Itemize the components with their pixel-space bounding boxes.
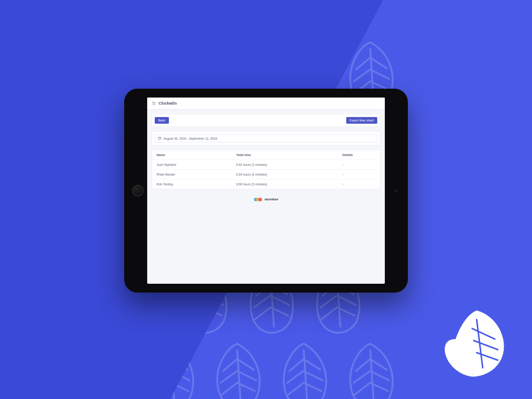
col-header-total: Total time (236, 153, 343, 157)
leaf-pattern-icon (239, 0, 301, 35)
promo-stage: // tiles will be injected below after de… (0, 0, 532, 399)
details-chevron-icon[interactable]: › (342, 163, 344, 167)
leaf-pattern-icon (273, 341, 335, 399)
cell-total-time: 0.03 hours (2 minutes) (236, 173, 343, 176)
brand-leaf-logo (434, 306, 510, 381)
date-range-card: August 30, 2018 - September 12, 2018 (152, 131, 380, 145)
svg-point-0 (153, 102, 154, 103)
leaf-pattern-icon (7, 341, 69, 399)
app-logo-icon (152, 101, 156, 106)
leaf-pattern-icon (0, 0, 35, 35)
cell-name: Rhian Beutler (156, 173, 236, 176)
leaf-pattern-icon (73, 341, 135, 399)
leaf-pattern-icon (7, 40, 69, 111)
leaf-pattern-icon (206, 341, 268, 399)
app-screen: Clockedin Back Export time sheet (147, 98, 385, 284)
footer-brand: venntov (152, 194, 380, 201)
cell-name: Josh Highland (156, 163, 236, 166)
leaf-pattern-icon (306, 0, 368, 35)
date-range-value: August 30, 2018 - September 12, 2018 (164, 137, 217, 140)
details-chevron-icon[interactable]: › (342, 172, 344, 176)
calendar-icon (158, 137, 161, 140)
table-row: Rob Testing 0.08 hours (5 minutes) › (152, 179, 380, 189)
tablet-frame: Clockedin Back Export time sheet (124, 89, 408, 293)
app-header: Clockedin (147, 98, 385, 110)
leaf-pattern-icon (40, 115, 102, 186)
leaf-pattern-icon (173, 0, 235, 35)
leaf-pattern-icon (140, 341, 202, 399)
table-header-row: Name Total time Details (152, 150, 380, 160)
leaf-pattern-icon (7, 191, 69, 262)
leaf-pattern-icon (40, 266, 102, 337)
export-timesheet-button[interactable]: Export time sheet (346, 117, 377, 124)
svg-rect-2 (158, 137, 161, 140)
date-range-picker[interactable]: August 30, 2018 - September 12, 2018 (155, 134, 377, 142)
col-header-details: Details (342, 153, 376, 157)
table-row: Josh Highland 0.02 hours (1 minutes) › (152, 160, 380, 169)
leaf-pattern-icon (339, 341, 401, 399)
table-row: Rhian Beutler 0.03 hours (2 minutes) › (152, 169, 380, 179)
leaf-pattern-icon (0, 115, 35, 186)
action-toolbar: Back Export time sheet (152, 114, 380, 127)
content-area: Back Export time sheet August 30, 2018 -… (147, 110, 385, 201)
tablet-camera (395, 189, 397, 192)
leaf-pattern-icon (40, 0, 102, 35)
back-button[interactable]: Back (155, 117, 169, 124)
col-header-name: Name (156, 153, 236, 157)
cell-name: Rob Testing (156, 183, 236, 186)
cell-total-time: 0.02 hours (1 minutes) (236, 163, 343, 166)
svg-point-1 (154, 102, 155, 103)
app-title: Clockedin (159, 101, 177, 106)
footer-brand-text: venntov (265, 197, 278, 201)
timesheet-table: Name Total time Details Josh Highland 0.… (152, 150, 380, 189)
tablet-home-button (132, 185, 144, 196)
venntov-mark-icon (254, 198, 262, 201)
details-chevron-icon[interactable]: › (342, 182, 344, 186)
leaf-pattern-icon (106, 0, 168, 35)
leaf-pattern-icon (0, 266, 35, 337)
cell-total-time: 0.08 hours (5 minutes) (236, 183, 343, 186)
